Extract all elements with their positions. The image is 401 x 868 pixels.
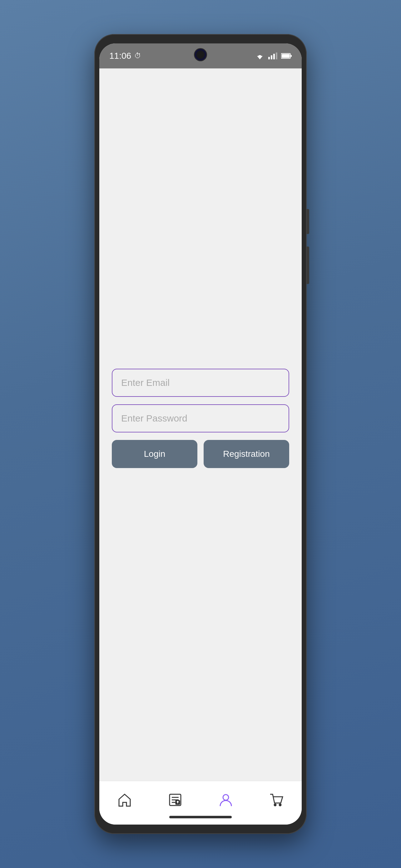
login-button[interactable]: Login [112,440,197,468]
password-input[interactable] [112,404,289,432]
battery-icon [281,53,292,59]
status-time: 11:06 [109,51,131,61]
main-content: Login Registration [99,68,302,781]
home-icon [116,792,133,808]
camera-notch [195,49,206,60]
cart-icon [268,792,285,808]
home-indicator [169,816,232,818]
svg-point-13 [223,795,229,800]
svg-rect-4 [291,55,292,57]
nav-item-home[interactable] [99,781,150,818]
profile-icon [218,792,234,808]
status-left: 11:06 ⏱ [109,51,141,61]
action-buttons: Login Registration [112,440,289,468]
status-right [255,53,292,59]
nav-item-orders[interactable] [150,781,201,818]
nav-item-profile[interactable] [201,781,251,818]
wifi-icon [255,53,265,59]
phone-screen: 11:06 ⏱ [99,43,302,825]
registration-button[interactable]: Registration [204,440,289,468]
signal-icon [268,53,277,59]
login-form: Login Registration [112,369,289,468]
svg-point-14 [274,804,276,806]
status-bar: 11:06 ⏱ [99,43,302,68]
nav-item-cart[interactable] [251,781,302,818]
email-input[interactable] [112,369,289,397]
svg-rect-5 [282,54,290,58]
phone-device: 11:06 ⏱ [94,34,307,834]
svg-point-15 [279,804,281,806]
orders-icon [167,792,183,808]
clock-icon: ⏱ [134,52,141,60]
